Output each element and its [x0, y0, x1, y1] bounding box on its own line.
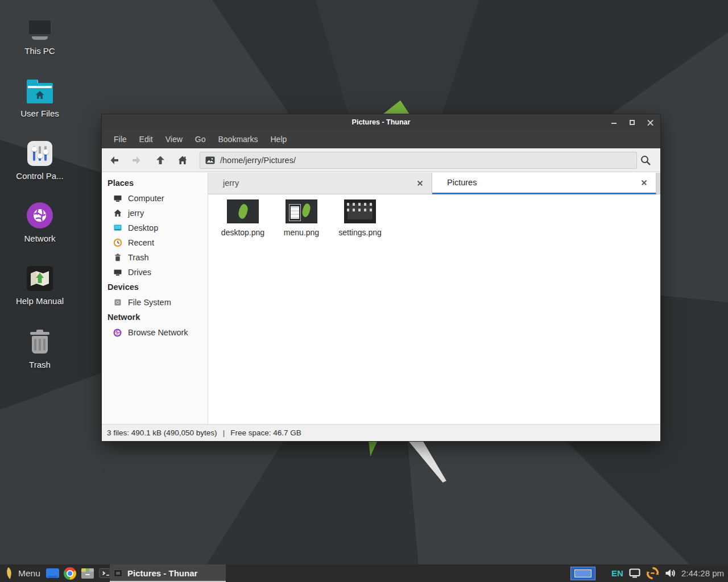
menu-button[interactable]: Menu: [0, 564, 44, 582]
computer-icon: [113, 194, 122, 203]
network-globe-icon: [113, 328, 122, 338]
desktop-icon-label: Network: [5, 234, 75, 243]
trash-icon: [5, 326, 75, 355]
search-icon: [640, 155, 651, 166]
tab-close-icon[interactable]: [640, 179, 648, 186]
status-bar: 3 files: 490.1 kB (490,050 bytes) | Free…: [102, 424, 660, 441]
file-name: menu.png: [276, 228, 327, 237]
menu-view[interactable]: View: [159, 131, 189, 148]
forward-arrow-icon: [131, 155, 142, 166]
tabbar-filler: [656, 173, 660, 194]
sidebar-item-file-system[interactable]: File System: [102, 295, 208, 310]
file-settings-png[interactable]: settings.png: [334, 199, 386, 237]
menu-help[interactable]: Help: [264, 131, 293, 148]
menu-file[interactable]: File: [107, 131, 133, 148]
maximize-button[interactable]: [628, 118, 636, 127]
file-name: desktop.png: [217, 228, 268, 237]
launcher-files[interactable]: [44, 564, 61, 582]
thumbnail-settings-png: [344, 199, 376, 223]
sidebar: Places Computer jerry Desktop Recent Tra…: [102, 173, 208, 424]
workspace-1[interactable]: [574, 569, 592, 577]
launcher-file-manager[interactable]: [79, 564, 97, 582]
desktop-icon-network[interactable]: Network: [5, 200, 75, 243]
menu-button-label: Menu: [18, 568, 40, 579]
status-free-space-text: Free space: 46.7 GB: [230, 429, 301, 437]
sidebar-item-jerry[interactable]: jerry: [102, 206, 208, 221]
file-view[interactable]: desktop.png menu.png settings.png: [209, 194, 660, 424]
tab-close-icon[interactable]: [416, 180, 424, 187]
sidebar-item-drives[interactable]: Drives: [102, 265, 208, 280]
desktop-icon-control-panel[interactable]: Control Pa...: [5, 138, 75, 181]
desktop-icon-label: Help Manual: [5, 296, 75, 306]
desktop-icon-trash[interactable]: Trash: [5, 326, 75, 369]
menu-leaf-icon: [4, 567, 13, 580]
sidebar-item-label: Computer: [128, 194, 164, 203]
tab-jerry[interactable]: jerry: [208, 173, 432, 194]
sidebar-item-trash[interactable]: Trash: [102, 250, 208, 265]
minimize-button[interactable]: [610, 118, 618, 127]
home-button[interactable]: [173, 152, 192, 169]
drives-icon: [113, 268, 122, 277]
sidebar-item-computer[interactable]: Computer: [102, 191, 208, 206]
path-text[interactable]: /home/jerry/Pictures/: [220, 156, 296, 165]
volume-icon[interactable]: [665, 568, 676, 578]
task-label: Pictures - Thunar: [127, 568, 197, 578]
taskbar-task-pictures-thunar[interactable]: Pictures - Thunar: [110, 564, 226, 582]
sidebar-item-label: jerry: [128, 209, 144, 218]
sidebar-item-label: Drives: [128, 268, 151, 277]
system-tray: EN 2:44:28 pm: [611, 564, 728, 582]
sidebar-item-browse-network[interactable]: Browse Network: [102, 325, 208, 340]
thumbnail-menu-png: [286, 199, 317, 223]
launcher-chrome[interactable]: [61, 564, 79, 582]
sidebar-item-label: Browse Network: [128, 328, 188, 337]
display-tray-icon[interactable]: [629, 568, 640, 578]
tab-label: Pictures: [432, 173, 656, 193]
status-files-text: 3 files: 490.1 kB (490,050 bytes): [107, 429, 217, 437]
sidebar-item-label: Trash: [128, 253, 149, 262]
window-titlebar[interactable]: Pictures - Thunar: [102, 114, 660, 131]
picture-icon: [205, 156, 215, 164]
keyboard-layout-indicator[interactable]: EN: [611, 568, 623, 578]
desktop-icon-user-files[interactable]: User Files: [5, 75, 75, 118]
tab-label: jerry: [208, 173, 432, 194]
desktop-icon-help-manual[interactable]: Help Manual: [5, 263, 75, 306]
window-title: Pictures - Thunar: [102, 114, 660, 131]
control-panel-icon: [5, 138, 75, 166]
user-files-folder-icon: [5, 75, 75, 103]
sidebar-item-label: File System: [128, 298, 171, 307]
recent-clock-icon: [113, 238, 122, 248]
back-button[interactable]: [105, 152, 124, 169]
menu-go[interactable]: Go: [189, 131, 212, 148]
desktop-icon-label: Control Pa...: [5, 171, 75, 181]
update-manager-icon[interactable]: [646, 567, 659, 580]
tab-pictures[interactable]: Pictures: [432, 173, 656, 194]
desktop-icon-label: This PC: [5, 46, 75, 56]
sidebar-item-desktop[interactable]: Desktop: [102, 221, 208, 235]
chrome-icon: [64, 567, 76, 580]
computer-icon: [5, 13, 75, 41]
workspace-pager[interactable]: [570, 567, 595, 580]
back-arrow-icon: [109, 155, 120, 166]
blue-window-icon: [46, 568, 59, 578]
up-button[interactable]: [151, 152, 170, 169]
menu-bookmarks[interactable]: Bookmarks: [212, 131, 264, 148]
sidebar-header-devices: Devices: [102, 280, 208, 295]
sidebar-item-recent[interactable]: Recent: [102, 235, 208, 250]
path-bar[interactable]: /home/jerry/Pictures/: [200, 152, 637, 169]
sidebar-item-label: Recent: [128, 238, 154, 247]
search-button[interactable]: [635, 152, 656, 169]
clock[interactable]: 2:44:28 pm: [681, 568, 724, 578]
close-button[interactable]: [646, 118, 655, 127]
trash-icon: [113, 253, 122, 263]
sidebar-item-label: Desktop: [128, 223, 158, 232]
desktop: This PC User Files Control Pa...: [0, 0, 728, 582]
file-desktop-png[interactable]: desktop.png: [217, 199, 268, 237]
menu-edit[interactable]: Edit: [133, 131, 159, 148]
filesystem-drive-icon: [113, 298, 122, 307]
sidebar-header-places: Places: [102, 176, 208, 191]
file-menu-png[interactable]: menu.png: [276, 199, 327, 237]
desktop-icon-this-pc[interactable]: This PC: [5, 13, 75, 56]
thumbnail-desktop-png: [227, 199, 259, 223]
forward-button[interactable]: [127, 152, 146, 169]
file-name: settings.png: [334, 228, 386, 237]
